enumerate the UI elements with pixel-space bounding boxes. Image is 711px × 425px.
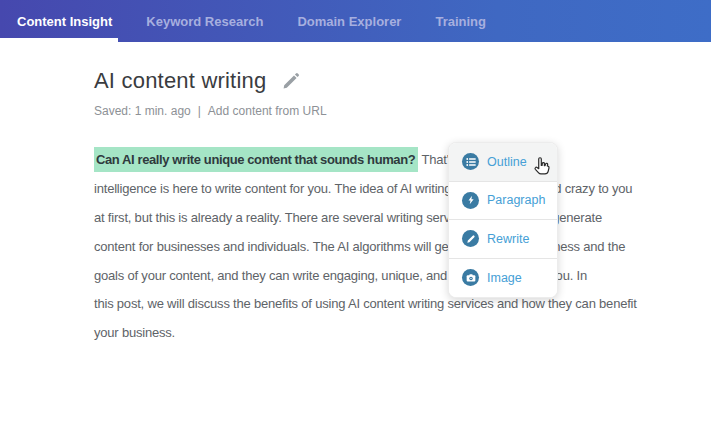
editor-line: at first, but this is already a reality.… (94, 204, 709, 233)
add-content-from-url-link[interactable]: Add content from URL (208, 104, 327, 118)
page-title: AI content writing (94, 68, 266, 94)
edit-pencil-icon[interactable] (282, 72, 300, 90)
active-tab-indicator (0, 38, 118, 42)
menu-item-label: Outline (487, 155, 527, 169)
menu-item-rewrite[interactable]: Rewrite (449, 220, 557, 259)
meta-separator: | (198, 104, 201, 118)
saved-status: Saved: 1 min. ago (94, 104, 191, 118)
tab-training[interactable]: Training (435, 14, 486, 29)
title-row: AI content writing (94, 68, 300, 94)
menu-item-paragraph[interactable]: Paragraph (449, 182, 557, 221)
tab-domain-explorer[interactable]: Domain Explorer (297, 14, 401, 29)
editor-text-area[interactable]: Can AI really write unique content that … (94, 146, 709, 348)
menu-item-label: Image (487, 271, 522, 285)
rewrite-pencil-icon (462, 230, 479, 247)
editor-line: this post, we will discuss the benefits … (94, 290, 709, 319)
editor-line: Can AI really write unique content that … (94, 146, 709, 175)
top-nav: Content Insight Keyword Research Domain … (0, 0, 711, 42)
tab-keyword-research[interactable]: Keyword Research (146, 14, 263, 29)
editor-line: your business. (94, 319, 709, 348)
editor-line-text: this post, we will discuss the benefits … (94, 296, 637, 311)
camera-icon (462, 269, 479, 286)
lightning-icon (462, 192, 479, 209)
tab-content-insight[interactable]: Content Insight (17, 14, 112, 29)
editor-line: content for businesses and individuals. … (94, 233, 709, 262)
menu-item-image[interactable]: Image (449, 259, 557, 298)
editor-line-text: your business. (94, 325, 175, 340)
menu-item-label: Rewrite (487, 232, 529, 246)
hand-pointer-cursor (532, 155, 553, 183)
editor-line: intelligence is here to write content fo… (94, 175, 709, 204)
menu-item-label: Paragraph (487, 193, 545, 207)
editor-line: goals of your content, and they can writ… (94, 262, 709, 291)
meta-row: Saved: 1 min. ago | Add content from URL (94, 104, 327, 118)
outline-list-icon (462, 153, 479, 170)
highlighted-sentence: Can AI really write unique content that … (94, 147, 418, 172)
